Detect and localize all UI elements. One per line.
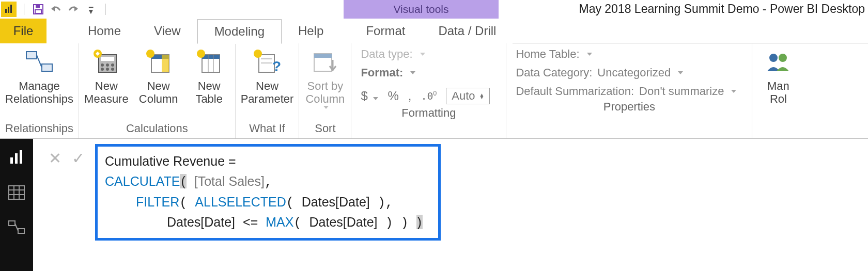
tok-calculate: CALCULATE [105,174,180,188]
data-category-dropdown[interactable]: Data Category: Uncategorized [516,66,736,79]
manage-relationships-label: Manage Relationships [5,79,73,106]
new-measure-button[interactable]: New Measure [84,46,129,120]
tab-data-drill[interactable]: Data / Drill [422,19,513,43]
svg-rect-39 [9,186,24,199]
formula-bar-area: ✕ ✓ Cumulative Revenue = CALCULATE( [Tot… [33,139,868,271]
manage-roles-button[interactable]: Man Rol [757,46,799,120]
svg-point-30 [254,50,262,58]
group-label: Relationships [5,120,73,138]
svg-point-26 [197,50,205,58]
group-whatif: ? New Parameter What If [236,43,300,138]
group-formatting: Data type: Format: $ % , .00 Auto ▲▼ For… [351,43,506,138]
powerbi-logo-icon [1,2,17,17]
tok-allselected: ALLSELECTED [195,195,286,209]
manage-relationships-button[interactable]: Manage Relationships [5,46,73,120]
default-summ-value: Don't summarize [639,85,724,98]
group-relationships: Manage Relationships Relationships [0,43,79,138]
tok-dates-3: Dates[Date] [309,215,377,229]
group-security: Man Rol [752,43,804,138]
thousands-button[interactable]: , [408,89,412,103]
ribbon-tabs: File Home View Modeling Help Format Data… [0,19,868,43]
data-type-label: Data type: [361,47,412,61]
svg-rect-0 [5,9,7,13]
undo-button[interactable] [49,3,63,16]
new-parameter-button[interactable]: ? New Parameter [241,46,294,120]
group-label: Properties [512,98,747,117]
group-label-spacer [757,120,799,138]
paren-open-highlight: ( [180,174,186,188]
svg-line-46 [15,224,18,231]
new-measure-label: New Measure [84,79,129,106]
model-view-button[interactable] [8,220,25,234]
qat-customize-dropdown[interactable]: ━▼ [84,3,98,16]
sort-by-column-button[interactable]: Sort by Column [304,46,346,120]
group-label: Sort [304,120,346,138]
tab-view[interactable]: View [137,19,197,43]
tab-home[interactable]: Home [71,19,137,43]
tok-filter: FILTER [136,195,179,209]
group-sort: Sort by Column Sort [299,43,351,138]
new-table-label: New Table [195,79,223,106]
new-table-icon [197,46,222,77]
home-table-dropdown[interactable]: Home Table: [516,47,736,61]
formula-action-buttons: ✕ ✓ [49,144,85,167]
home-table-label: Home Table: [516,47,579,61]
commit-formula-button[interactable]: ✓ [72,149,85,167]
svg-point-11 [101,63,104,67]
svg-rect-20 [162,55,169,72]
data-category-value: Uncategorized [597,66,671,79]
svg-rect-5 [35,10,41,13]
format-dropdown[interactable]: Format: [361,66,490,79]
svg-rect-2 [10,5,12,13]
save-button[interactable] [32,3,45,16]
window-title: May 2018 Learning Summit Demo - Power BI… [579,2,865,16]
svg-rect-36 [10,157,13,164]
svg-rect-10 [101,57,114,61]
qat-separator [24,4,24,15]
file-tab[interactable]: File [0,19,47,43]
svg-point-15 [106,68,109,71]
new-table-button[interactable]: New Table [189,46,230,120]
new-column-button[interactable]: New Column [138,46,179,120]
svg-rect-4 [36,5,40,8]
data-view-button[interactable] [8,185,25,200]
tok-max: MAX [266,215,293,229]
cancel-formula-button[interactable]: ✕ [49,149,61,167]
svg-point-16 [111,68,114,71]
quick-access-toolbar: ━▼ [0,2,109,17]
chevron-down-icon [410,71,415,74]
ribbon: Manage Relationships Relationships New M… [0,43,868,139]
tab-format[interactable]: Format [349,19,422,43]
svg-rect-45 [18,229,24,233]
formula-editor[interactable]: Cumulative Revenue = CALCULATE( [Total S… [95,144,441,241]
auto-value: Auto [452,89,475,103]
tab-modeling[interactable]: Modeling [197,19,282,44]
report-view-button[interactable] [8,149,25,165]
group-properties: Home Table: Data Category: Uncategorized… [506,43,752,138]
data-category-label: Data Category: [516,66,592,79]
tab-help[interactable]: Help [282,19,340,43]
percent-button[interactable]: % [388,89,398,103]
currency-button[interactable]: $ [361,89,378,103]
data-type-dropdown[interactable]: Data type: [361,47,490,61]
chevron-down-icon [323,106,329,109]
contextual-tab-header: Visual tools [344,0,499,19]
svg-point-14 [101,68,104,71]
group-calculations: New Measure New Column New Table Calcula… [79,43,236,138]
group-label: What If [241,120,294,138]
svg-line-8 [37,55,42,68]
tok-dates-2: Dates[Date] [167,215,235,229]
svg-point-21 [146,50,154,58]
svg-point-35 [779,54,787,62]
group-label: Calculations [84,120,230,138]
view-switcher-rail [0,139,33,271]
qat-separator [105,4,105,15]
tabs-spacer [513,19,868,43]
sort-icon [312,46,338,77]
redo-button[interactable] [67,3,80,16]
default-summarization-dropdown[interactable]: Default Summarization: Don't summarize [516,85,736,98]
svg-rect-38 [20,150,22,164]
new-parameter-icon: ? [254,46,281,77]
svg-point-34 [769,54,778,62]
decimal-places-stepper[interactable]: Auto ▲▼ [446,88,490,104]
